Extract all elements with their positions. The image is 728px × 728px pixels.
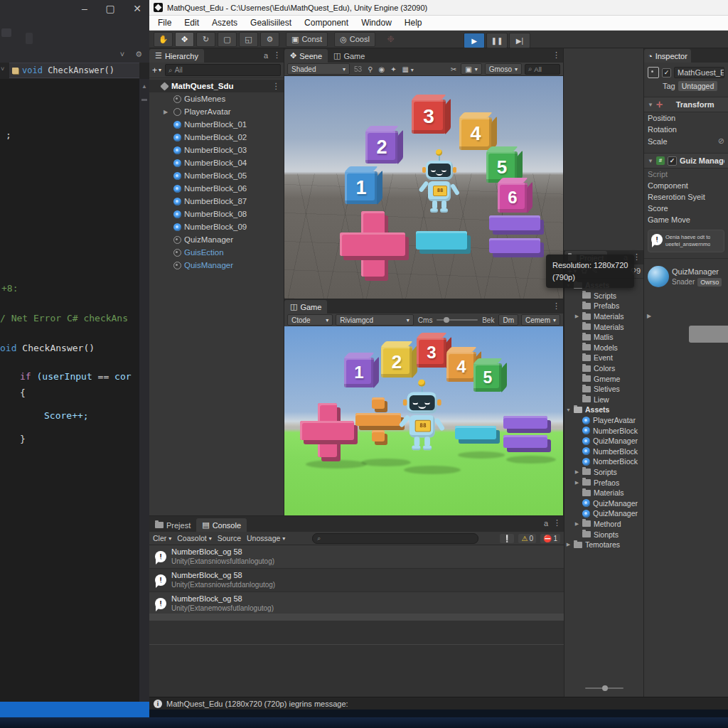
shader-dropdown[interactable]: Owrso xyxy=(697,278,722,287)
number-block-3[interactable]: 3 xyxy=(412,100,446,134)
hierarchy-item-playeravatar[interactable]: ▶PlayerAvatar xyxy=(149,105,284,118)
maximize-icon[interactable]: ▢ xyxy=(102,3,118,14)
foldout-arrow-icon[interactable]: ▶ xyxy=(566,542,571,547)
component-enabled-checkbox[interactable]: ✓ xyxy=(668,156,677,166)
foldout-arrow-icon[interactable]: ▶ xyxy=(574,480,579,486)
message-filter-button[interactable]: Unossage▾ xyxy=(247,534,285,542)
project-item-prefaos[interactable]: ▶Prefaos xyxy=(564,477,643,488)
rect-tool[interactable]: ▢ xyxy=(218,32,237,47)
grid-dropdown-icon[interactable]: ▦ ▾ xyxy=(401,65,415,73)
hierarchy-item-guisection[interactable]: GuisEction xyxy=(149,246,284,259)
number-block-2[interactable]: 2 xyxy=(381,346,412,378)
project-item-methord[interactable]: ▶Methord xyxy=(564,519,643,530)
project-item-materials[interactable]: ▶Materials xyxy=(564,311,643,322)
number-block-6[interactable]: 6 xyxy=(498,183,528,213)
number-block-3[interactable]: 3 xyxy=(417,338,446,368)
shading-mode-dropdown[interactable]: Shaded▾ xyxy=(287,63,350,75)
project-item-models[interactable]: Models xyxy=(564,343,643,353)
project-item-quizmanager[interactable]: QuizManager xyxy=(564,498,643,508)
editor-scrollbar[interactable]: ▲ xyxy=(139,79,149,702)
maximize-on-play-button[interactable]: Bek xyxy=(481,316,496,324)
hierarchy-item-root[interactable]: MathQuest_Sdu⋮ xyxy=(149,80,284,92)
minimize-icon[interactable]: – xyxy=(77,3,92,14)
foldout-arrow-icon[interactable]: ▼ xyxy=(648,102,653,108)
lock-icon[interactable]: a xyxy=(264,51,268,60)
project-item-colors[interactable]: Colors xyxy=(564,363,643,374)
console-entry[interactable]: !NumberBlock_og 58Unity(Extansniowsfutda… xyxy=(149,569,564,592)
project-item-materials[interactable]: Materials xyxy=(564,321,643,332)
number-block-1[interactable]: 1 xyxy=(344,358,374,387)
tools-icon[interactable]: ✂ xyxy=(449,65,458,73)
scene-search-input[interactable]: ⌕ All xyxy=(525,64,560,75)
console-entry[interactable]: !NumberBlock_og 58Unity(Extansniowsfultl… xyxy=(149,545,564,569)
project-group-assets[interactable]: ▼Assets xyxy=(564,405,643,415)
project-item-prefabs[interactable]: Prefabs xyxy=(564,301,643,311)
chevron-down-icon[interactable]: ˅ xyxy=(1,65,4,73)
mute-button[interactable]: Dm xyxy=(498,314,518,326)
minus-symbol[interactable] xyxy=(455,426,496,439)
warning-filter-toggle[interactable]: ⚠0 xyxy=(518,534,536,543)
hierarchy-item-numberblock_08[interactable]: NumberBlock_08 xyxy=(149,208,284,220)
collab-icon[interactable]: ❉ xyxy=(383,33,399,46)
menu-window[interactable]: Window xyxy=(361,18,392,28)
number-block-2[interactable]: 2 xyxy=(365,131,398,164)
transform-section-header[interactable]: ▼ ✛ Transform xyxy=(644,97,728,112)
2d-toggle[interactable]: 53 xyxy=(353,65,363,73)
menu-help[interactable]: Help xyxy=(405,18,422,28)
number-block-5[interactable]: 5 xyxy=(473,363,502,392)
hierarchy-search-input[interactable]: ⌕ Ail xyxy=(165,64,281,76)
project-item-matlis[interactable]: Matlis xyxy=(564,332,643,343)
menu-edit[interactable]: Edit xyxy=(184,18,199,28)
code-area[interactable]: ;+8:/ Net Error C# checkAnsoid CheckAnsw… xyxy=(0,79,139,702)
plus-symbol[interactable] xyxy=(300,403,354,457)
kebab-menu-icon[interactable]: ⋮ xyxy=(552,50,560,60)
hierarchy-item-numberblock_03[interactable]: NumberBlock_03 xyxy=(149,144,284,156)
method-navigation-bar[interactable]: void CheckAnswer() xyxy=(9,63,139,78)
effects-toggle-icon[interactable]: ✦ xyxy=(389,65,397,73)
kebab-menu-icon[interactable]: ⋮ xyxy=(273,50,281,60)
kebab-menu-icon[interactable]: ⋮ xyxy=(553,518,561,528)
transform-row-position[interactable]: Position xyxy=(644,112,728,124)
transform-row-scale[interactable]: Scale⊘ xyxy=(644,135,728,147)
foldout-arrow-icon[interactable]: ▶ xyxy=(574,521,579,527)
step-button[interactable]: ▶| xyxy=(509,33,530,48)
plus-symbol[interactable] xyxy=(340,211,405,277)
material-foldout-icon[interactable]: ▶ xyxy=(647,313,651,319)
rotate-tool[interactable]: ↻ xyxy=(196,32,215,47)
hierarchy-item-quizmanager[interactable]: QuizManager xyxy=(149,233,284,246)
number-block-1[interactable]: 1 xyxy=(345,171,378,204)
stats-dropdown[interactable]: Cemem▾ xyxy=(521,314,560,326)
slider-knob[interactable] xyxy=(444,317,449,323)
number-block-4[interactable]: 4 xyxy=(459,117,492,150)
pause-button[interactable]: ❚❚ xyxy=(486,33,508,48)
clear-button[interactable]: Cler▾ xyxy=(153,534,171,542)
robot-character[interactable]: 88 xyxy=(404,382,441,455)
camera-dropdown[interactable]: ▣▾ xyxy=(461,63,481,75)
gizmos-dropdown[interactable]: Gmoso▾ xyxy=(485,63,522,75)
menu-component[interactable]: Component xyxy=(304,18,348,28)
display-dropdown[interactable]: Ctode▾ xyxy=(287,314,333,326)
project-item-gmeme[interactable]: Gmeme xyxy=(564,373,643,384)
tag-dropdown[interactable]: Untagged xyxy=(678,81,718,91)
console-search-input[interactable]: ⌕ xyxy=(312,533,478,544)
foldout-arrow-icon[interactable]: ▶ xyxy=(164,109,168,115)
tab-scene[interactable]: ✥ Seene xyxy=(284,49,328,63)
tab-game-view[interactable]: ◫ Game xyxy=(284,300,327,314)
audio-toggle-icon[interactable]: ◉ xyxy=(377,65,386,73)
tab-hierarchy[interactable]: ☰ Hierarchy xyxy=(149,49,204,63)
foldout-arrow-icon[interactable]: ▼ xyxy=(566,407,571,412)
scroll-up-icon[interactable]: ▲ xyxy=(139,83,149,90)
project-item-playeravatar[interactable]: PlayerAvatar xyxy=(564,415,643,426)
component-row-reserotion-syeit[interactable]: Reserotion Syeit xyxy=(644,191,728,203)
editor-pane-controls[interactable]: ˅ ⚙ xyxy=(120,50,146,59)
hierarchy-item-numberblock_02[interactable]: NumberBlock_02 xyxy=(149,131,284,144)
error-filter-toggle[interactable]: ⛔1 xyxy=(540,534,560,543)
component-row-script[interactable]: Script xyxy=(644,168,728,180)
project-item-quizmanager[interactable]: QuizManager xyxy=(564,436,643,446)
tab-inspector[interactable]: ◔ Inspector xyxy=(644,49,691,63)
project-zoom-slider[interactable] xyxy=(564,682,643,694)
project-item-temotares[interactable]: ▶Temotares xyxy=(564,540,643,550)
hierarchy-item-guismenes[interactable]: GuisMenes xyxy=(149,92,284,105)
project-item-soripts[interactable]: ▶Soripts xyxy=(564,467,643,478)
lighting-toggle-icon[interactable]: ⚲ xyxy=(366,65,374,73)
